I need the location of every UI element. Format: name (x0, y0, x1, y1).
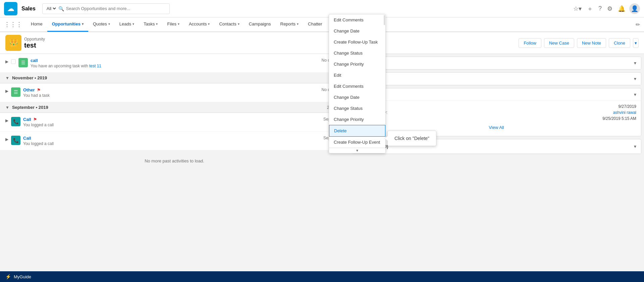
avatar[interactable]: 👤 (629, 3, 640, 14)
nav-item-reports[interactable]: Reports ▾ (276, 17, 304, 32)
search-input[interactable] (66, 6, 153, 11)
activity-subtitle: You have an upcoming task with test 11 (31, 64, 319, 68)
activity-content: Call You logged a call (23, 136, 321, 146)
modified-by-value[interactable]: ashvini rawal (613, 110, 636, 115)
crown-icon: 👑 (9, 39, 18, 47)
call-icon: 📞 (11, 117, 20, 126)
task-checkbox[interactable] (11, 59, 16, 64)
history-row: Needs Analysis 9/27/2019 (357, 104, 636, 109)
dropdown-item-change-status-1[interactable]: Change Status (329, 48, 385, 59)
activity-title[interactable]: Call ⚑ (23, 117, 321, 122)
contact-roles-card: act Roles (0) ▾ (352, 57, 641, 70)
activity-title[interactable]: Other ⚑ (23, 87, 319, 92)
dropdown-item-delete[interactable]: Delete (329, 125, 385, 137)
section-title: November • 2019 (12, 75, 47, 80)
opportunity-icon: 👑 (5, 35, 21, 51)
activity-title[interactable]: Call (23, 136, 321, 141)
tooltip-arrow (384, 136, 388, 141)
add-icon[interactable]: ＋ (586, 3, 594, 14)
dropdown-item-change-status-2[interactable]: Change Status (329, 103, 385, 114)
nav-edit-icon[interactable]: ✏ (636, 21, 640, 28)
section-title: September • 2019 (12, 105, 48, 110)
search-bar: All 🔍 (42, 3, 170, 14)
modified-by-row: Last Modified By: ashvini rawal (357, 110, 636, 115)
contact-roles-header[interactable]: act Roles (0) ▾ (352, 57, 641, 69)
chevron-down-icon: ▾ (634, 60, 636, 66)
stage-history-header[interactable]: e History (1) ▾ (352, 88, 641, 101)
activity-subtitle: You logged a call (23, 123, 321, 127)
app-name: Sales (21, 6, 36, 12)
lightning-icon: ⚡ (5, 274, 11, 279)
app-launcher-icon[interactable]: ⋮⋮⋮ (4, 21, 22, 28)
partners-header[interactable]: ers (0) ▾ (352, 73, 641, 85)
dropdown-item-change-date-2[interactable]: Change Date (329, 92, 385, 103)
expand-icon[interactable]: ▶ (5, 59, 8, 64)
follow-button[interactable]: Follow (519, 38, 541, 48)
september-activities: ▶ 📞 Call ⚑ You logged a call Sep 28 ▾ ▶ (0, 113, 349, 150)
nav-item-chatter[interactable]: Chatter (303, 17, 327, 32)
dropdown-item-edit-comments-1[interactable]: Edit Comments (329, 14, 385, 25)
flag-icon: ⚑ (37, 88, 41, 92)
nav-item-accounts[interactable]: Accounts ▾ (184, 17, 214, 32)
help-icon[interactable]: ? (597, 4, 603, 13)
november-activities: ▶ ☰ Other ⚑ You had a task No due date (0, 83, 349, 102)
nav-item-campaigns[interactable]: Campaigns (244, 17, 276, 32)
actions-dropdown-button[interactable]: ▾ (633, 38, 639, 48)
list-item: ▶ 📞 Call ⚑ You logged a call Sep 28 ▾ (0, 113, 349, 132)
september-section-header[interactable]: ▼ September • 2019 2 Months (0, 102, 349, 113)
bottom-bar-label: MyGuide (14, 274, 31, 279)
task-icon: ☰ (11, 87, 20, 97)
nav-item-files[interactable]: Files ▾ (162, 17, 184, 32)
nav-item-opportunities[interactable]: Opportunities ▾ (47, 17, 88, 32)
nav-item-quotes[interactable]: Quotes ▾ (88, 17, 115, 32)
search-scope[interactable]: All (45, 6, 57, 11)
dropdown-item-change-date-1[interactable]: Change Date (329, 25, 385, 37)
last-modified-value: 9/25/2019 5:15 AM (602, 116, 636, 121)
top-bar-right: ☆▾ ＋ ? ⚙ 🔔 👤 (572, 3, 640, 14)
new-note-button[interactable]: New Note (577, 38, 606, 48)
right-panel: act Roles (0) ▾ ers (0) ▾ e History (1) … (349, 54, 644, 269)
expand-icon[interactable]: ▶ (5, 137, 8, 142)
dropdown-item-create-followup-event[interactable]: Create Follow-Up Event (329, 137, 385, 148)
dropdown-item-create-followup-task[interactable]: Create Follow-Up Task (329, 37, 385, 48)
scroll-indicator: ▼ (329, 148, 385, 153)
nav-item-leads[interactable]: Leads ▾ (115, 17, 139, 32)
created-date: 9/27/2019 (619, 104, 636, 109)
chevron-down-icon: ▾ (132, 22, 134, 26)
activity-content: Call ⚑ You logged a call (23, 117, 321, 127)
top-bar: ☁ Sales All 🔍 ☆▾ ＋ ? ⚙ 🔔 👤 (0, 0, 644, 17)
new-case-button[interactable]: New Case (544, 38, 574, 48)
chevron-down-icon: ▾ (238, 22, 239, 26)
notifications-icon[interactable]: 🔔 (616, 4, 627, 14)
activity-subtitle: You had a task (23, 93, 319, 98)
activity-content: call You have an upcoming task with test… (31, 58, 319, 68)
last-modified-row: Last Modified: 9/25/2019 5:15 AM (357, 116, 636, 121)
salesforce-logo[interactable]: ☁ (4, 2, 17, 15)
expand-icon[interactable]: ▶ (5, 89, 8, 93)
dropdown-item-edit[interactable]: Edit (329, 70, 385, 81)
dropdown-item-change-priority-2[interactable]: Change Priority (329, 114, 385, 125)
tooltip-box: Click on "Delete" (387, 131, 436, 146)
chevron-down-icon: ▾ (297, 22, 299, 26)
november-section-header[interactable]: ▼ November • 2019 This Mo (0, 73, 349, 83)
dropdown-scroll[interactable]: Edit Comments Change Date Create Follow-… (329, 14, 385, 148)
nav-item-tasks[interactable]: Tasks ▾ (139, 17, 162, 32)
chevron-down-icon: ▾ (82, 22, 84, 26)
nav-item-home[interactable]: Home (26, 17, 47, 32)
cloud-icon: ☁ (7, 4, 14, 13)
chevron-down-icon: ▾ (634, 144, 636, 149)
tooltip-text: Click on "Delete" (394, 136, 429, 141)
main-layout: ▶ ☰ call You have an upcoming task with … (0, 54, 644, 269)
dropdown-item-edit-comments-2[interactable]: Edit Comments (329, 81, 385, 92)
header-actions: Follow New Case New Note Clone ▾ (519, 38, 639, 48)
activity-title[interactable]: call (31, 58, 319, 63)
settings-icon[interactable]: ⚙ (606, 4, 614, 14)
activity-link[interactable]: test 11 (89, 64, 101, 68)
collapse-icon: ▼ (5, 105, 9, 110)
dropdown-item-change-priority-1[interactable]: Change Priority (329, 59, 385, 70)
favorites-icon[interactable]: ☆▾ (572, 4, 583, 14)
expand-icon[interactable]: ▶ (5, 118, 8, 123)
clone-button[interactable]: Clone (609, 38, 630, 48)
nav-item-contacts[interactable]: Contacts ▾ (214, 17, 244, 32)
chevron-down-icon: ▾ (634, 76, 636, 81)
